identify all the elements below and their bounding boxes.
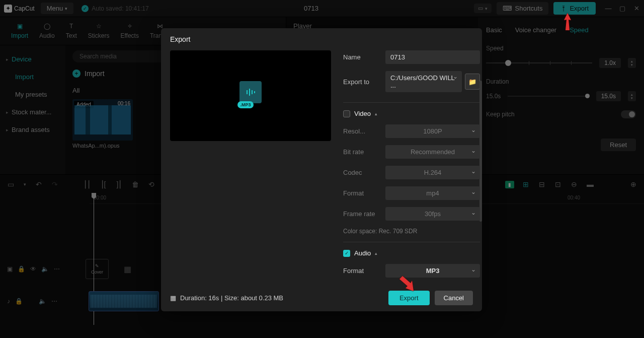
video-section-toggle[interactable]: Video ▴	[343, 110, 480, 117]
folder-icon: 📁	[468, 78, 476, 86]
export-name-input[interactable]	[385, 50, 480, 64]
dialog-title: Export	[161, 28, 482, 50]
export-preview: .MP3	[170, 50, 331, 141]
caret-up-icon: ▴	[375, 251, 377, 256]
mp3-badge: .MP3	[237, 101, 253, 108]
exportto-label: Export to	[343, 78, 385, 86]
codec-label: Codec	[343, 169, 385, 176]
export-form: Name Export to C:/Users/GOOD WILL ... 📁 …	[343, 50, 480, 285]
bitrate-label: Bit rate	[343, 148, 385, 156]
film-icon: ▦	[170, 294, 176, 302]
dialog-footer: ▦ Duration: 16s | Size: about 0.23 MB Ex…	[161, 285, 482, 311]
audio-file-icon	[239, 81, 262, 103]
audio-format-select[interactable]: MP3	[385, 264, 480, 278]
aformat-label: Format	[343, 267, 385, 275]
fps-label: Frame rate	[343, 210, 385, 218]
cancel-button[interactable]: Cancel	[435, 291, 473, 305]
resolution-select[interactable]: 1080P	[385, 124, 480, 138]
export-stats: Duration: 16s | Size: about 0.23 MB	[180, 294, 283, 302]
export-path-field[interactable]: C:/Users/GOOD WILL ...	[385, 71, 462, 92]
caret-up-icon: ▴	[375, 111, 377, 116]
video-format-select[interactable]: mp4	[385, 186, 480, 200]
resolution-label: Resol...	[343, 127, 385, 135]
name-label: Name	[343, 53, 385, 61]
audio-checkbox[interactable]: ✓	[343, 250, 350, 257]
vformat-label: Format	[343, 189, 385, 197]
fps-select[interactable]: 30fps	[385, 207, 480, 221]
export-confirm-button[interactable]: Export	[388, 291, 430, 305]
video-checkbox[interactable]	[343, 110, 350, 117]
browse-folder-button[interactable]: 📁	[465, 74, 480, 90]
export-dialog: Export .MP3 Name Export to C:/Users/GOOD…	[161, 28, 482, 311]
colorspace-note: Color space: Rec. 709 SDR	[343, 228, 480, 235]
bitrate-select[interactable]: Recommended	[385, 145, 480, 159]
codec-select[interactable]: H.264	[385, 166, 480, 179]
audio-section-toggle[interactable]: ✓ Audio ▴	[343, 249, 480, 257]
